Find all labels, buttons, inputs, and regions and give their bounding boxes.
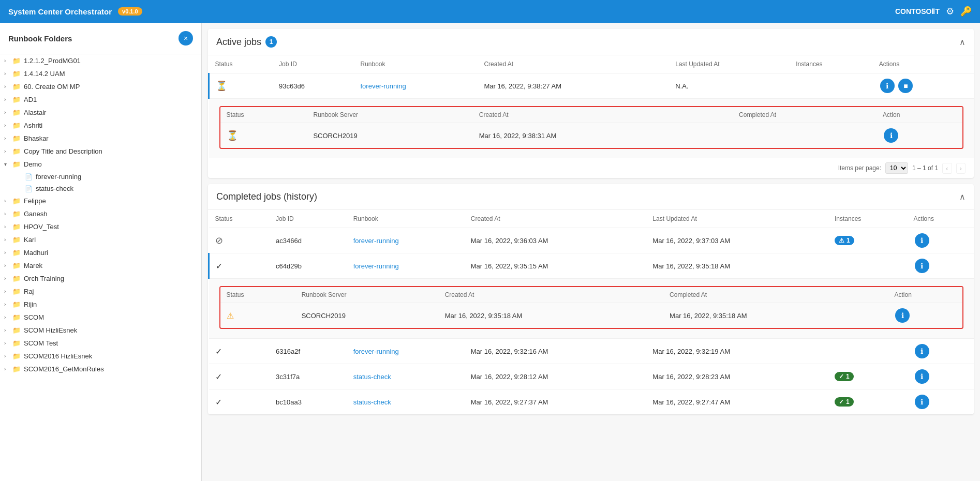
info-button[interactable]: ℹ bbox=[915, 395, 929, 409]
sidebar-item-scom2016-get[interactable]: ›📁SCOM2016_GetMonRules bbox=[0, 363, 201, 375]
sidebar-item-bhaskar[interactable]: ›📁Bhaskar bbox=[0, 132, 201, 145]
folder-icon: 📁 bbox=[12, 109, 21, 116]
col-actions: Actions bbox=[873, 55, 974, 73]
table-row: ✓ bc10aa3 status-check Mar 16, 2022, 9:2… bbox=[209, 389, 974, 415]
runbook-link[interactable]: forever-running bbox=[353, 262, 399, 270]
sidebar-item-1212[interactable]: ›📁1.2.1.2_ProdMG01 bbox=[0, 54, 201, 67]
folder-label: HPOV_Test bbox=[24, 223, 59, 231]
folder-label: Raj bbox=[24, 288, 34, 295]
close-sidebar-button[interactable]: × bbox=[179, 31, 193, 46]
sidebar-folder-header-1414[interactable]: ›📁1.4.14.2 UAM bbox=[0, 67, 201, 80]
folder-label: 60. Create OM MP bbox=[24, 83, 80, 91]
sidebar-folder-header-orch-training[interactable]: ›📁Orch Training bbox=[0, 272, 201, 285]
prev-page-button[interactable]: ‹ bbox=[942, 163, 952, 174]
sidebar-folder-demo[interactable]: ▾📁Demo bbox=[0, 158, 201, 171]
sidebar-item-raj[interactable]: ›📁Raj bbox=[0, 285, 201, 298]
sidebar-item-ad1[interactable]: ›📁AD1 bbox=[0, 93, 201, 106]
sidebar-folder-header-scom-hizli[interactable]: ›📁SCOM HizliEsnek bbox=[0, 324, 201, 337]
check-icon: ✓ bbox=[216, 262, 222, 270]
sidebar-folder-header-marek[interactable]: ›📁Marek bbox=[0, 259, 201, 272]
check-icon: ✓ bbox=[215, 347, 222, 356]
folder-icon: 📁 bbox=[12, 300, 21, 308]
sub-col-status: Status bbox=[220, 107, 307, 123]
sidebar-folder-header-scom-test[interactable]: ›📁SCOM Test bbox=[0, 337, 201, 350]
last-updated-cell: Mar 16, 2022, 9:27:47 AM bbox=[646, 389, 828, 415]
sidebar-folder-header-ganesh[interactable]: ›📁Ganesh bbox=[0, 207, 201, 220]
chevron-right-icon: › bbox=[4, 314, 12, 320]
runbook-link[interactable]: forever-running bbox=[353, 237, 399, 245]
sidebar-folder-header-scom[interactable]: ›📁SCOM bbox=[0, 311, 201, 324]
settings-icon[interactable]: ⚙ bbox=[946, 6, 954, 17]
sub-col-created: Created At bbox=[439, 287, 663, 303]
sidebar-item-marek[interactable]: ›📁Marek bbox=[0, 259, 201, 272]
completed-jobs-table: Status Job ID Runbook Created At Last Up… bbox=[208, 210, 974, 414]
check-icon: ✓ bbox=[215, 398, 222, 407]
info-button[interactable]: ℹ bbox=[915, 369, 929, 384]
runbook-link[interactable]: forever-running bbox=[353, 348, 399, 355]
sidebar-item-1414[interactable]: ›📁1.4.14.2 UAM bbox=[0, 67, 201, 80]
folder-icon: 📁 bbox=[12, 160, 21, 168]
instances-cell: ✓ 1 bbox=[828, 389, 908, 415]
job-id-cell: 3c31f7a bbox=[270, 364, 347, 389]
sidebar-item-karl[interactable]: ›📁Karl bbox=[0, 233, 201, 246]
next-page-button[interactable]: › bbox=[956, 163, 966, 174]
sidebar-folder-header-alastair[interactable]: ›📁Alastair bbox=[0, 106, 201, 119]
sidebar-folder-header-raj[interactable]: ›📁Raj bbox=[0, 285, 201, 298]
user-icon[interactable]: 🔑 bbox=[960, 6, 972, 17]
sidebar-item-status-check[interactable]: 📄status-check bbox=[12, 183, 201, 194]
runbook-link[interactable]: status-check bbox=[353, 398, 391, 406]
stop-button[interactable]: ■ bbox=[898, 79, 913, 93]
sidebar-item-scom[interactable]: ›📁SCOM bbox=[0, 311, 201, 324]
table-row: ✓ 6316a2f forever-running Mar 16, 2022, … bbox=[209, 339, 974, 364]
sidebar-item-60[interactable]: ›📁60. Create OM MP bbox=[0, 80, 201, 93]
sub-col-server: Runbook Server bbox=[307, 107, 472, 123]
info-button[interactable]: ℹ bbox=[880, 79, 895, 93]
sidebar-item-orch-training[interactable]: ›📁Orch Training bbox=[0, 272, 201, 285]
info-button[interactable]: ℹ bbox=[915, 344, 929, 358]
sidebar-item-ganesh[interactable]: ›📁Ganesh bbox=[0, 207, 201, 220]
sidebar-item-hpov[interactable]: ›📁HPOV_Test bbox=[0, 220, 201, 233]
sidebar-folder-header-60[interactable]: ›📁60. Create OM MP bbox=[0, 80, 201, 93]
items-per-page-select[interactable]: 10 25 50 bbox=[885, 162, 908, 174]
active-jobs-collapse-button[interactable]: ∧ bbox=[959, 37, 966, 47]
runbook-link[interactable]: forever-running bbox=[361, 82, 406, 90]
sub-col-created: Created At bbox=[473, 107, 733, 123]
sidebar-folder-header-copy-title[interactable]: ›📁Copy Title and Description bbox=[0, 145, 201, 158]
completed-jobs-collapse-button[interactable]: ∧ bbox=[959, 192, 966, 202]
last-updated-cell: Mar 16, 2022, 9:28:23 AM bbox=[646, 364, 828, 389]
sidebar-folder-header-scom2016-get[interactable]: ›📁SCOM2016_GetMonRules bbox=[0, 363, 201, 375]
sidebar-item-rijin[interactable]: ›📁Rijin bbox=[0, 298, 201, 311]
sidebar-folder-header-bhaskar[interactable]: ›📁Bhaskar bbox=[0, 132, 201, 145]
sidebar-item-demo[interactable]: ▾📁Demo📄forever-running📄status-check bbox=[0, 158, 201, 194]
info-button[interactable]: ℹ bbox=[915, 233, 929, 248]
sidebar-folder-header-ad1[interactable]: ›📁AD1 bbox=[0, 93, 201, 106]
folder-label: SCOM bbox=[24, 313, 44, 321]
info-button[interactable]: ℹ bbox=[884, 128, 898, 143]
sidebar-folder-header-scom2016-hizli[interactable]: ›📁SCOM2016 HizliEsnek bbox=[0, 350, 201, 363]
sidebar-item-scom-test[interactable]: ›📁SCOM Test bbox=[0, 337, 201, 350]
sidebar-item-felippe[interactable]: ›📁Felippe bbox=[0, 194, 201, 207]
sidebar-item-ashriti[interactable]: ›📁Ashriti bbox=[0, 119, 201, 132]
sidebar-folder-header-1212[interactable]: ›📁1.2.1.2_ProdMG01 bbox=[0, 54, 201, 67]
status-cell: ✓ bbox=[209, 389, 270, 415]
sidebar-item-forever-running[interactable]: 📄forever-running bbox=[12, 171, 201, 183]
sidebar-folder-header-madhuri[interactable]: ›📁Madhuri bbox=[0, 246, 201, 259]
sub-table-row: Status Runbook Server Created At Complet… bbox=[209, 279, 974, 339]
sidebar-folder-header-rijin[interactable]: ›📁Rijin bbox=[0, 298, 201, 311]
sidebar-item-madhuri[interactable]: ›📁Madhuri bbox=[0, 246, 201, 259]
sidebar-folder-header-felippe[interactable]: ›📁Felippe bbox=[0, 194, 201, 207]
info-button[interactable]: ℹ bbox=[915, 259, 929, 273]
folder-icon: 📁 bbox=[12, 275, 21, 282]
sidebar-item-scom-hizli[interactable]: ›📁SCOM HizliEsnek bbox=[0, 324, 201, 337]
sidebar-folder-header-hpov[interactable]: ›📁HPOV_Test bbox=[0, 220, 201, 233]
folder-icon: 📁 bbox=[12, 96, 21, 103]
runbook-link[interactable]: status-check bbox=[353, 373, 391, 381]
info-button[interactable]: ℹ bbox=[895, 308, 910, 323]
sidebar-item-copy-title[interactable]: ›📁Copy Title and Description bbox=[0, 145, 201, 158]
sub-table: Status Runbook Server Created At Complet… bbox=[220, 107, 963, 148]
instances-cell: ⚠ 1 bbox=[828, 228, 908, 253]
sidebar-folder-header-karl[interactable]: ›📁Karl bbox=[0, 233, 201, 246]
sidebar-item-scom2016-hizli[interactable]: ›📁SCOM2016 HizliEsnek bbox=[0, 350, 201, 363]
sidebar-item-alastair[interactable]: ›📁Alastair bbox=[0, 106, 201, 119]
sidebar-folder-header-ashriti[interactable]: ›📁Ashriti bbox=[0, 119, 201, 132]
